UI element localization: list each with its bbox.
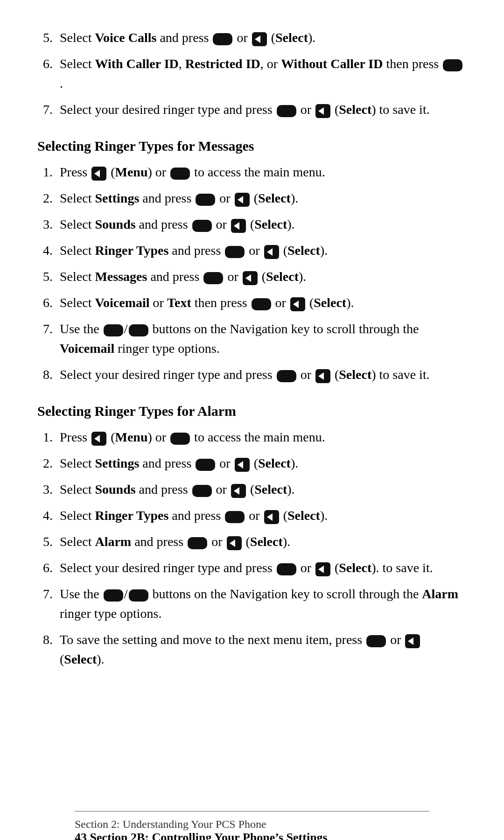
select-label-s2-2: Select	[258, 456, 291, 470]
restricted-id-bold: Restricted ID	[185, 56, 260, 71]
oval-btn-s1-6a	[252, 298, 271, 310]
softkey-s2-4b	[264, 510, 279, 524]
with-caller-id-bold: With Caller ID	[95, 56, 178, 71]
select-label-7: Select	[339, 102, 371, 117]
ringer-types-bold-s1-4: Ringer Types	[95, 243, 168, 258]
select-label-s2-4: Select	[287, 508, 320, 523]
oval-btn-s2-6a	[277, 563, 296, 575]
softkey-arrow-s2-8b	[408, 637, 413, 645]
oval-btn-s2-2a	[196, 459, 215, 471]
select-label-s1-5: Select	[266, 269, 299, 284]
softkey-arrow-s2-5b	[230, 539, 235, 547]
softkey-s1-6b	[290, 297, 305, 311]
footer-page-line: 43 Section 2B: Controlling Your Phone’s …	[75, 831, 429, 840]
messages-bold-s1-5: Messages	[95, 269, 147, 284]
select-label-s1-3: Select	[254, 217, 287, 231]
nav-btn-s2-7b	[129, 589, 148, 602]
softkey-arrow-s1-3b	[234, 222, 239, 230]
select-label-s2-8: Select	[64, 652, 97, 666]
footer-section-label: Section 2: Understanding Your PCS Phone	[75, 818, 429, 831]
softkey-arrow-5b	[255, 35, 260, 43]
nav-btn-s1-7a	[104, 324, 123, 336]
softkey-arrow-s2-4b	[267, 513, 273, 521]
oval-btn-s2-4a	[225, 511, 245, 523]
softkey-arrow-s1-2b	[238, 196, 243, 203]
softkey-arrow-s2-2b	[238, 461, 243, 469]
section1-list: Press (Menu) or to access the main menu.…	[56, 162, 467, 385]
softkey-s2-6b	[315, 562, 330, 576]
section2-step-8: To save the setting and move to the next…	[56, 630, 467, 669]
without-caller-id-bold: Without Caller ID	[281, 56, 383, 71]
softkey-s2-2b	[235, 458, 250, 472]
oval-btn-s1-5a	[203, 272, 223, 284]
intro-steps-list: Select Voice Calls and press or (Select)…	[56, 28, 467, 119]
intro-step-7: Select your desired ringer type and pres…	[56, 100, 467, 119]
voicemail-bold-s1-6: Voicemail	[95, 295, 149, 310]
sounds-bold-s1-3: Sounds	[95, 217, 135, 231]
settings-bold-s1-2: Settings	[95, 191, 139, 205]
section1-step-5: Select Messages and press or (Select).	[56, 267, 467, 287]
softkey-arrow-s2-3b	[234, 487, 239, 495]
softkey-menu-s2-1a	[91, 432, 106, 446]
softkey-btn-7b	[315, 104, 330, 118]
nav-btn-s1-7b	[129, 324, 148, 336]
oval-btn-s1-4a	[225, 246, 245, 258]
select-label-s2-3: Select	[254, 482, 287, 497]
softkey-s2-8b	[405, 634, 420, 648]
section2-step-2: Select Settings and press or (Select).	[56, 454, 467, 473]
softkey-s1-4b	[264, 245, 279, 259]
section1-step-1: Press (Menu) or to access the main menu.	[56, 162, 467, 182]
section2-step-3: Select Sounds and press or (Select).	[56, 480, 467, 499]
section2-step-7: Use the / buttons on the Navigation key …	[56, 584, 467, 623]
oval-btn-6	[443, 59, 462, 71]
section2-step-4: Select Ringer Types and press or (Select…	[56, 506, 467, 525]
select-label-s2-5: Select	[250, 534, 283, 549]
oval-btn-s1-2a	[196, 194, 215, 206]
section1-step-7: Use the / buttons on the Navigation key …	[56, 319, 467, 358]
section1-step-2: Select Settings and press or (Select).	[56, 189, 467, 208]
softkey-arrow-s1-4b	[267, 248, 273, 256]
oval-btn-s2-5a	[188, 537, 207, 549]
oval-btn-s2-8a	[366, 635, 386, 647]
voicemail-bold-s1-7: Voicemail	[60, 341, 114, 356]
nav-btn-s2-7a	[104, 589, 123, 602]
softkey-arrow-s1-5b	[245, 274, 251, 282]
intro-step-6: Select With Caller ID, Restricted ID, or…	[56, 54, 467, 93]
oval-btn-s1-1	[170, 168, 190, 180]
select-label-s1-4: Select	[287, 243, 320, 258]
oval-btn-s1-3a	[192, 220, 212, 232]
ringer-types-bold-s2-4: Ringer Types	[95, 508, 168, 523]
select-label-s1-8: Select	[339, 367, 371, 382]
section2-step-6: Select your desired ringer type and pres…	[56, 558, 467, 578]
softkey-s1-8b	[315, 369, 330, 383]
softkey-arrow-7b	[318, 107, 324, 115]
softkey-menu-1a	[91, 167, 106, 181]
oval-btn-7a	[277, 105, 296, 117]
softkey-s1-2b	[235, 193, 250, 207]
voice-calls-bold: Voice Calls	[95, 30, 156, 45]
select-label-s2-6: Select	[339, 560, 371, 575]
sounds-bold-s2-3: Sounds	[95, 482, 135, 497]
menu-label-1: Menu	[115, 165, 147, 179]
section1-heading: Selecting Ringer Types for Messages	[37, 138, 467, 154]
softkey-btn-5b	[252, 32, 267, 46]
oval-btn-s1-8a	[277, 370, 296, 382]
softkey-arrow-menu-s2-1a	[94, 435, 100, 442]
softkey-arrow-menu-1a	[94, 170, 100, 177]
oval-btn-s2-3a	[192, 485, 212, 497]
softkey-s2-3b	[231, 484, 246, 498]
oval-btn-s2-1b	[170, 433, 190, 445]
page-footer: Section 2: Understanding Your PCS Phone …	[75, 811, 429, 840]
section1-step-3: Select Sounds and press or (Select).	[56, 215, 467, 234]
section2-step-1: Press (Menu) or to access the main menu.	[56, 427, 467, 447]
alarm-bold-s2-5: Alarm	[95, 534, 131, 549]
section2-step-5: Select Alarm and press or (Select).	[56, 532, 467, 552]
select-label-s1-6: Select	[314, 295, 346, 310]
intro-step-5: Select Voice Calls and press or (Select)…	[56, 28, 467, 48]
settings-bold-s2-2: Settings	[95, 456, 139, 470]
section2-list: Press (Menu) or to access the main menu.…	[56, 427, 467, 669]
softkey-s1-3b	[231, 219, 246, 233]
softkey-arrow-s1-6b	[293, 301, 299, 308]
oval-btn-5a	[213, 33, 232, 45]
section1-step-6: Select Voicemail or Text then press or (…	[56, 293, 467, 313]
